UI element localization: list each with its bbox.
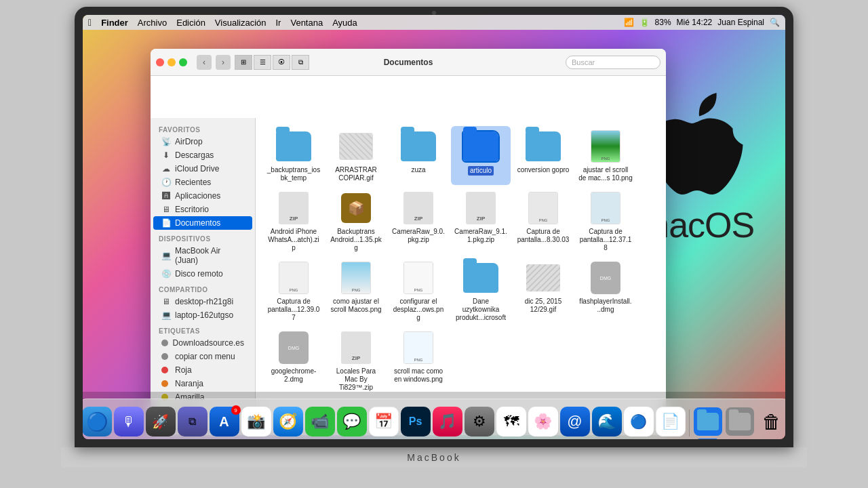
file-item-articulo[interactable]: articulo <box>451 126 511 185</box>
file-label: _backuptrans_ios bk_temp <box>267 166 321 182</box>
sidebar-item-desktop[interactable]: 🖥 desktop-rh21g8i <box>153 295 252 308</box>
file-item-ajustar[interactable]: PNG ajustar el scroll de mac...s 10.png <box>576 126 635 185</box>
documentos-icon: 📄 <box>161 218 171 228</box>
tag-roja-icon <box>161 367 171 373</box>
sidebar-tag-roja[interactable]: Roja <box>153 363 252 377</box>
dock-item-folder2[interactable] <box>725 407 755 436</box>
sidebar-shared-section: Compartido 🖥 desktop-rh21g8i 💻 laptop-16… <box>151 283 255 322</box>
close-button[interactable] <box>156 58 164 66</box>
sidebar-item-disco[interactable]: 💿 Disco remoto <box>153 267 252 281</box>
column-view-btn[interactable]: ⦿ <box>273 55 290 70</box>
file-item-captura2[interactable]: PNG Captura de pantalla...12.37.18 <box>576 188 635 255</box>
dock-item-photoshop[interactable]: Ps <box>401 407 431 436</box>
file-item-arrastrar[interactable]: ARRASTRAR COPIAR.gif <box>326 126 386 185</box>
menu-archivo[interactable]: Archivo <box>138 18 167 28</box>
sidebar-item-descargas[interactable]: ⬇ Descargas <box>153 148 252 162</box>
file-item-configurar[interactable]: PNG configurar el desplaz...ows.png <box>389 258 448 325</box>
back-button[interactable]: ‹ <box>197 55 212 70</box>
file-item-backuptrans2[interactable]: 📦 Backuptrans Android...1.35.pkg <box>326 188 386 255</box>
icon-view-btn[interactable]: ⊞ <box>235 55 252 70</box>
dock-item-music[interactable]: 🎵 <box>433 407 462 436</box>
sidebar-devices-section: Dispositivos 💻 MacBook Air (Juan) 💿 Disc… <box>151 232 255 281</box>
file-item-cameraraw1[interactable]: CameraRaw_9.0.pkg.zip <box>389 188 448 255</box>
dock-item-articulo[interactable]: articulo <box>693 407 723 436</box>
file-item-cameraraw2[interactable]: CameraRaw_9.1.1.pkg.zip <box>451 188 511 255</box>
search-icon[interactable]: 🔍 <box>770 18 780 27</box>
file-item-dane[interactable]: Dane uzytkownika produkt...icrosoft <box>451 258 511 325</box>
file-item-locales[interactable]: Locales Para Mac By Ti829™.zip <box>326 327 386 394</box>
traffic-lights <box>156 58 187 66</box>
file-item-captura1[interactable]: PNG Captura de pantalla...8.30.03 <box>513 188 573 255</box>
sidebar-tag-naranja[interactable]: Naranja <box>153 377 252 390</box>
fullscreen-button[interactable] <box>179 58 187 66</box>
dock-item-finder[interactable]: 🔵 <box>83 407 112 436</box>
folder-backuptrans-icon <box>275 129 313 164</box>
file-item-backuptrans[interactable]: _backuptrans_ios bk_temp <box>264 126 323 185</box>
png-scroll-icon: PNG <box>399 330 437 365</box>
recientes-icon: 🕐 <box>161 178 171 187</box>
file-item-googlechrome[interactable]: DMG googlechrome-2.dmg <box>264 327 323 394</box>
tag-downloadsource-icon <box>161 340 169 346</box>
minimize-button[interactable] <box>167 58 176 66</box>
dock-item-mission[interactable]: ⧉ <box>178 407 208 436</box>
dock-item-siri[interactable]: 🎙 <box>114 407 144 436</box>
list-view-btn[interactable]: ☰ <box>254 55 271 70</box>
dock-item-trash[interactable]: 🗑 <box>757 407 786 436</box>
dock-item-maps[interactable]: 🗺 <box>496 407 526 436</box>
file-label: CameraRaw_9.1.1.pkg.zip <box>454 228 508 244</box>
dock-item-messages[interactable]: 💬 <box>337 407 367 436</box>
descargas-icon: ⬇ <box>161 150 171 160</box>
dock-item-facetime[interactable]: 📹 <box>305 407 335 436</box>
file-label-articulo: articulo <box>468 166 494 176</box>
forward-button[interactable]: › <box>216 55 231 70</box>
menu-finder[interactable]: Finder <box>101 18 128 28</box>
dock-item-calendar[interactable]: 📅 <box>369 407 399 436</box>
file-item-scroll[interactable]: PNG scroll mac como en windows.png <box>389 327 448 394</box>
sidebar-item-aplicaciones[interactable]: 🅰 Aplicaciones <box>153 189 252 203</box>
file-item-captura3[interactable]: PNG Captura de pantalla...12.39.07 <box>264 258 323 325</box>
menu-ayuda[interactable]: Ayuda <box>332 18 357 28</box>
sidebar-item-recientes[interactable]: 🕐 Recientes <box>153 176 252 189</box>
sidebar-shared-title: Compartido <box>151 283 255 295</box>
dock-item-photos2[interactable]: 🌸 <box>528 407 558 436</box>
dock-item-photos[interactable]: 📸 <box>241 407 271 436</box>
sidebar-item-airdrop[interactable]: 📡 AirDrop <box>153 135 252 148</box>
menu-visualizacion[interactable]: Visualización <box>215 18 267 28</box>
dock-item-appstore[interactable]: A 9 <box>210 407 239 436</box>
dock-separator <box>689 409 690 436</box>
menu-bar-left:  Finder Archivo Edición Visualización I… <box>88 17 357 28</box>
file-label: como ajustar el scroll Macos.png <box>329 298 383 314</box>
file-item-dic[interactable]: dic 25, 2015 12/29.gif <box>513 258 573 325</box>
menu-ir[interactable]: Ir <box>276 18 281 28</box>
sidebar-item-icloud[interactable]: ☁ iCloud Drive <box>153 162 252 176</box>
menu-time: Mié 14:22 <box>677 18 713 27</box>
dock-item-chrome[interactable]: 🔵 <box>624 407 654 436</box>
cover-view-btn[interactable]: ⧉ <box>292 55 309 70</box>
dock-item-mail[interactable]: @ <box>560 407 590 436</box>
sidebar-item-escritorio[interactable]: 🖥 Escritorio <box>153 203 252 216</box>
file-item-como-ajustar[interactable]: PNG como ajustar el scroll Macos.png <box>326 258 386 325</box>
dock-item-sysprefs[interactable]: ⚙ <box>465 407 494 436</box>
sidebar-item-laptop[interactable]: 💻 laptop-162utgso <box>153 308 252 322</box>
menu-edicion[interactable]: Edición <box>176 18 205 28</box>
menu-bar:  Finder Archivo Edición Visualización I… <box>83 15 785 30</box>
png-como-ajustar-icon: PNG <box>337 260 375 296</box>
file-item-android[interactable]: Android iPhone WhatsA...atch).zip <box>264 188 323 255</box>
folder-dane-icon <box>462 260 500 296</box>
file-item-conversion[interactable]: conversion gopro <box>513 126 573 185</box>
search-box[interactable]: Buscar <box>566 56 660 69</box>
sidebar-item-documentos[interactable]: 📄 Documentos <box>153 216 252 230</box>
dock-item-textedit[interactable]: 📄 <box>656 407 686 436</box>
file-item-flashplayer[interactable]: DMG flashplayerInstall...dmg <box>576 258 635 325</box>
apple-icon[interactable]:  <box>88 17 92 28</box>
dock-item-edge[interactable]: 🌊 <box>592 407 622 436</box>
dock-item-safari[interactable]: 🧭 <box>273 407 303 436</box>
sidebar-tag-copiar[interactable]: copiar con menu <box>153 350 252 363</box>
dock-item-launchpad[interactable]: 🚀 <box>146 407 176 436</box>
sidebar-tag-downloadsource[interactable]: Downloadsource.es <box>153 336 252 350</box>
menu-ventana[interactable]: Ventana <box>290 18 323 28</box>
file-item-zuza[interactable]: zuza <box>389 126 448 185</box>
sidebar: Favoritos 📡 AirDrop ⬇ Descargas <box>151 118 256 435</box>
sidebar-item-macbook[interactable]: 💻 MacBook Air (Juan) <box>153 244 252 267</box>
png-ajustar-icon: PNG <box>587 129 625 164</box>
